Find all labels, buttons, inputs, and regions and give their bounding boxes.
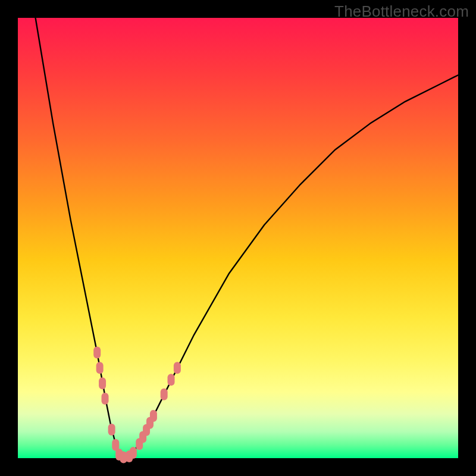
curve-marker bbox=[130, 447, 137, 459]
chart-frame: TheBottleneck.com bbox=[0, 0, 476, 476]
curve-layer bbox=[18, 18, 458, 458]
curve-marker bbox=[174, 362, 181, 374]
curve-marker bbox=[108, 424, 115, 436]
plot-area bbox=[18, 18, 458, 458]
curve-marker bbox=[102, 393, 109, 405]
curve-marker bbox=[93, 346, 101, 358]
bottleneck-curve-path bbox=[36, 18, 458, 458]
curve-marker bbox=[99, 377, 106, 389]
curve-marker bbox=[150, 410, 157, 422]
curve-marker bbox=[168, 374, 175, 386]
curve-marker bbox=[161, 389, 168, 400]
curve-marker bbox=[96, 362, 104, 374]
